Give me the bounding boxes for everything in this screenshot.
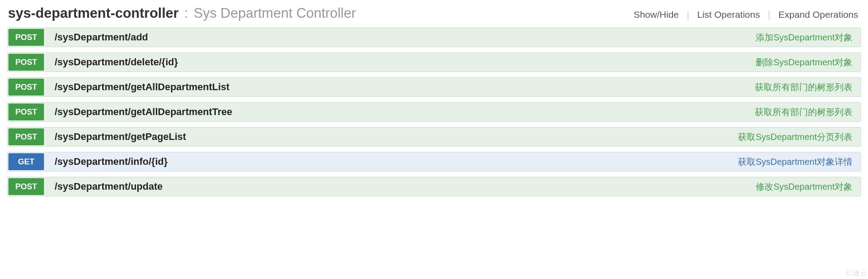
operation-summary[interactable]: 修改SysDepartment对象 (756, 177, 860, 196)
list-operations-link[interactable]: List Operations (695, 9, 761, 20)
operations-list: POST/sysDepartment/add添加SysDepartment对象P… (7, 28, 861, 196)
operation-path[interactable]: /sysDepartment/getAllDepartmentTree (45, 103, 755, 121)
operation-summary[interactable]: 获取SysDepartment分页列表 (738, 128, 860, 146)
operation-row[interactable]: POST/sysDepartment/add添加SysDepartment对象 (7, 28, 861, 47)
operation-path[interactable]: /sysDepartment/info/{id} (45, 152, 738, 171)
http-method-badge[interactable]: POST (8, 178, 44, 195)
operation-row[interactable]: POST/sysDepartment/getPageList获取SysDepar… (7, 127, 861, 147)
action-divider: | (687, 9, 689, 20)
operation-summary[interactable]: 获取所有部门的树形列表 (755, 103, 860, 121)
show-hide-link[interactable]: Show/Hide (632, 9, 681, 20)
operation-row[interactable]: POST/sysDepartment/getAllDepartmentTree获… (7, 102, 861, 122)
controller-header: sys-department-controller : Sys Departme… (7, 5, 861, 21)
http-method-badge[interactable]: POST (8, 128, 44, 145)
operation-row[interactable]: POST/sysDepartment/update修改SysDepartment… (7, 177, 861, 196)
expand-operations-link[interactable]: Expand Operations (776, 9, 860, 20)
operation-row[interactable]: GET/sysDepartment/info/{id}获取SysDepartme… (7, 152, 861, 171)
operation-path[interactable]: /sysDepartment/getPageList (45, 128, 738, 146)
http-method-badge[interactable]: POST (8, 54, 44, 71)
operation-summary[interactable]: 获取SysDepartment对象详情 (738, 152, 860, 171)
operation-row[interactable]: POST/sysDepartment/getAllDepartmentList获… (7, 77, 861, 97)
operation-path[interactable]: /sysDepartment/getAllDepartmentList (45, 78, 755, 96)
operation-row[interactable]: POST/sysDepartment/delete/{id}删除SysDepar… (7, 52, 861, 72)
operation-summary[interactable]: 添加SysDepartment对象 (756, 28, 860, 47)
operation-summary[interactable]: 获取所有部门的树形列表 (755, 78, 860, 96)
http-method-badge[interactable]: POST (8, 29, 44, 46)
operation-summary[interactable]: 删除SysDepartment对象 (756, 53, 860, 72)
controller-name: sys-department-controller (8, 5, 179, 21)
operation-path[interactable]: /sysDepartment/add (45, 28, 756, 47)
controller-actions: Show/Hide | List Operations | Expand Ope… (632, 9, 860, 20)
http-method-badge[interactable]: POST (8, 79, 44, 96)
controller-title[interactable]: sys-department-controller : Sys Departme… (8, 5, 356, 21)
controller-description: Sys Department Controller (194, 5, 356, 21)
action-divider: | (768, 9, 770, 20)
http-method-badge[interactable]: GET (8, 153, 44, 170)
http-method-badge[interactable]: POST (8, 104, 44, 120)
operation-path[interactable]: /sysDepartment/delete/{id} (45, 53, 756, 72)
operation-path[interactable]: /sysDepartment/update (45, 177, 756, 196)
title-separator: : (184, 5, 188, 21)
